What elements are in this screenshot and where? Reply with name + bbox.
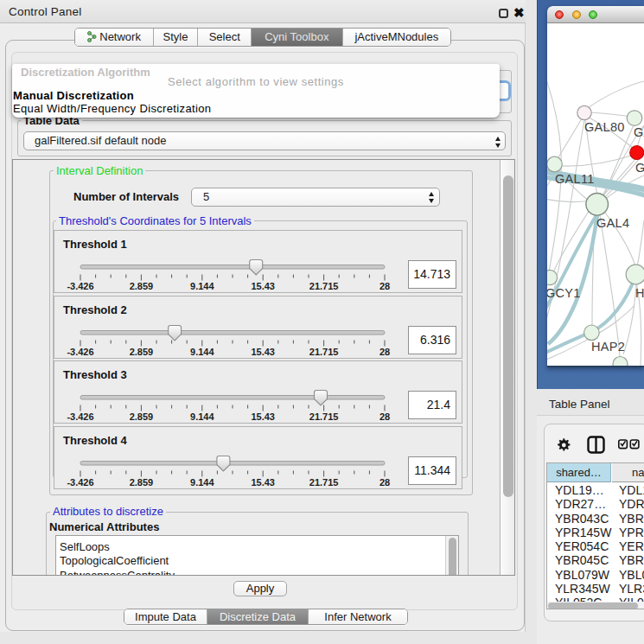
svg-text:GAL11: GAL11 [555, 172, 595, 186]
svg-text:-3.426: -3.426 [67, 477, 93, 488]
svg-text:21.715: 21.715 [309, 411, 339, 422]
svg-text:-3.426: -3.426 [67, 281, 93, 291]
svg-text:15.43: 15.43 [251, 281, 275, 291]
svg-text:21.715: 21.715 [309, 477, 339, 488]
svg-text:-3.426: -3.426 [67, 411, 93, 422]
svg-text:2.859: 2.859 [130, 411, 154, 422]
svg-text:28: 28 [379, 347, 390, 357]
svg-text:28: 28 [379, 411, 390, 422]
svg-text:GCY1: GCY1 [547, 286, 581, 300]
svg-text:15.43: 15.43 [251, 411, 275, 422]
svg-text:28: 28 [379, 477, 390, 488]
svg-text:2.859: 2.859 [130, 477, 154, 488]
svg-text:21.715: 21.715 [309, 347, 339, 357]
svg-text:9.144: 9.144 [190, 411, 214, 422]
svg-text:2.859: 2.859 [130, 281, 154, 291]
svg-text:GA: GA [634, 125, 644, 139]
svg-text:GAL80: GAL80 [584, 120, 625, 134]
svg-text:9.144: 9.144 [190, 281, 214, 291]
svg-text:-3.426: -3.426 [67, 347, 93, 357]
svg-text:9.144: 9.144 [190, 347, 214, 357]
svg-text:9.144: 9.144 [190, 477, 214, 488]
svg-text:15.43: 15.43 [251, 347, 275, 357]
svg-text:H: H [635, 286, 644, 300]
svg-text:15.43: 15.43 [251, 477, 275, 488]
svg-text:GAL4: GAL4 [596, 216, 629, 230]
svg-text:HAP2: HAP2 [591, 340, 625, 354]
svg-text:21.715: 21.715 [309, 281, 339, 291]
svg-text:28: 28 [379, 281, 390, 291]
svg-text:G: G [635, 161, 644, 175]
svg-text:2.859: 2.859 [130, 347, 154, 357]
